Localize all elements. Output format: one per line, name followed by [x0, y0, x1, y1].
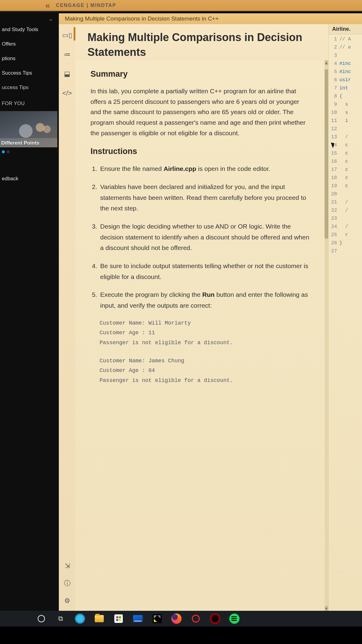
line-number: 15 [329, 151, 339, 156]
code-line[interactable]: 23 [329, 214, 362, 223]
code-line[interactable]: 10 s [329, 108, 362, 117]
code-text: / [339, 224, 348, 229]
code-line[interactable]: 17 c [329, 165, 362, 174]
line-number: 16 [329, 159, 339, 164]
windows-taskbar[interactable]: ⧉ [0, 611, 362, 626]
sidebar-item-feedback[interactable]: edback [0, 171, 59, 186]
carousel-dot[interactable] [7, 150, 10, 153]
code-text: / [339, 134, 348, 140]
code-line[interactable]: 12 [329, 125, 362, 133]
brand-bar: « CENGAGE | MINDTAP [0, 0, 362, 12]
sidebar-item-offers[interactable]: Offers [0, 37, 59, 51]
line-number: 26 [329, 240, 339, 246]
code-text: { [339, 94, 342, 99]
code-line[interactable]: 1// A [329, 35, 362, 43]
opera-gx-icon[interactable] [210, 614, 220, 624]
recommended-title: Different Points [1, 140, 40, 146]
code-text: c [339, 143, 348, 148]
line-number: 2 [329, 45, 339, 50]
task-view-icon[interactable]: ⧉ [56, 614, 66, 624]
scroll-thumb[interactable] [325, 69, 328, 239]
code-line[interactable]: 27 [329, 247, 362, 255]
recommended-thumbnail[interactable]: Different Points [0, 111, 57, 147]
content-panel: Summary In this lab, you complete a part… [75, 60, 326, 611]
share-icon[interactable]: ⇲ [65, 562, 70, 570]
code-text: s [339, 102, 348, 107]
line-number: 9 [329, 102, 339, 107]
code-line[interactable]: 20 [329, 190, 362, 198]
instruction-step-3: Design the logic deciding whether to use… [99, 221, 311, 253]
code-lines[interactable]: 1// A2// e34#inc5#inc6usir7int8{9 s10 s1… [329, 34, 362, 255]
mail-icon[interactable] [133, 614, 143, 624]
code-line[interactable]: 7int [329, 84, 362, 92]
instructions-list: Ensure the file named Airline.cpp is ope… [91, 163, 311, 311]
code-line[interactable]: 22 / [329, 206, 362, 214]
code-line[interactable]: 26} [329, 239, 362, 247]
scroll-down-icon[interactable]: ▾ [325, 606, 328, 611]
opera-icon[interactable] [191, 614, 201, 624]
line-number: 25 [329, 232, 339, 238]
code-line[interactable]: 11 i [329, 117, 362, 125]
code-line[interactable]: 25 r [329, 231, 362, 239]
instruction-step-2: Variables have been declared and initial… [99, 181, 311, 214]
breadcrumb-bar: Making Multiple Comparisons in Decision … [59, 13, 362, 24]
sidebar-item-success-tips[interactable]: Success Tips [0, 66, 59, 80]
summary-body: In this lab, you complete a partially wr… [91, 86, 311, 138]
editor-tab[interactable]: Airline. [329, 24, 362, 34]
line-number: 20 [329, 191, 339, 197]
sidebar-item-study-tools[interactable]: and Study Tools [0, 22, 59, 37]
code-editor-pane[interactable]: Airline. 1// A2// e34#inc5#inc6usir7int8… [328, 24, 362, 611]
line-number: 4 [329, 61, 339, 66]
instruction-step-4: Be sure to include output statements tel… [99, 261, 311, 282]
file-explorer-icon[interactable] [94, 614, 104, 624]
code-icon[interactable]: </> [62, 89, 72, 97]
book-icon[interactable]: ▭▯ [62, 31, 72, 39]
code-line[interactable]: 21 / [329, 198, 362, 206]
code-line[interactable]: 9 s [329, 100, 362, 108]
line-number: 1 [329, 37, 339, 42]
content-scrollbar[interactable]: ▴ ▾ [325, 60, 328, 611]
code-line[interactable]: 15 c [329, 149, 362, 157]
code-text: / [339, 200, 348, 205]
summary-heading: Summary [91, 69, 311, 79]
code-line[interactable]: 16 c [329, 157, 362, 165]
code-text: i [339, 118, 348, 123]
run-keyword: Run [202, 291, 215, 298]
sidebar-item-options[interactable]: ptions [0, 51, 59, 66]
start-menu-icon[interactable] [36, 614, 46, 624]
scroll-up-icon[interactable]: ▴ [325, 60, 328, 65]
edge-browser-icon[interactable] [75, 614, 85, 624]
code-line[interactable]: 19 c [329, 182, 362, 190]
spotify-icon[interactable] [229, 614, 240, 624]
code-line[interactable]: 14 c [329, 141, 362, 149]
sample-io-1: Customer Name: Will Moriarty Customer Ag… [100, 318, 311, 348]
brand-label: CENGAGE | MINDTAP [56, 3, 116, 8]
stats-icon[interactable]: ⬓ [64, 70, 70, 78]
sidebar-collapse-icon[interactable]: ⌄ [0, 12, 59, 22]
code-text: // A [339, 37, 351, 42]
media-app-icon[interactable] [152, 614, 162, 624]
line-number: 10 [329, 110, 339, 115]
code-line[interactable]: 2// e [329, 43, 362, 51]
code-line[interactable]: 5#inc [329, 68, 362, 76]
code-line[interactable]: 6usir [329, 76, 362, 84]
code-line[interactable]: 18 c [329, 174, 362, 182]
help-icon[interactable]: ⓘ [64, 579, 71, 588]
nav-back-icon[interactable]: « [45, 1, 50, 10]
instruction-step-5: Execute the program by clicking the Run … [99, 289, 311, 311]
carousel-dot-active[interactable] [2, 150, 5, 153]
settings-icon[interactable]: ⚙ [64, 597, 70, 605]
code-line[interactable]: 3 [329, 51, 362, 59]
sidebar-item-success-tips-2[interactable]: uccess Tips [0, 80, 59, 95]
ms-store-icon[interactable] [113, 614, 124, 624]
tool-rail: ▭▯ ≔ ⬓ </> ⇲ ⓘ ⚙ [59, 24, 75, 611]
firefox-icon[interactable] [171, 614, 182, 624]
carousel-dots[interactable] [0, 147, 59, 153]
code-line[interactable]: 13 / [329, 133, 362, 141]
code-line[interactable]: 4#inc [329, 59, 362, 68]
code-text: c [339, 175, 348, 181]
code-line[interactable]: 8{ [329, 92, 362, 100]
toc-icon[interactable]: ≔ [64, 51, 71, 59]
code-text: c [339, 151, 348, 156]
code-line[interactable]: 24 / [329, 223, 362, 231]
